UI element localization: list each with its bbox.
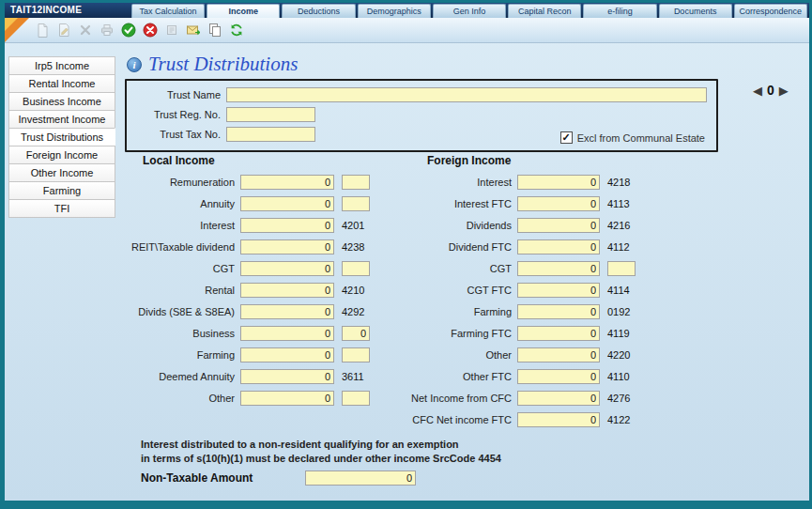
record-count: 0 [767, 83, 774, 98]
new-document-icon[interactable] [33, 21, 52, 39]
tab-income[interactable]: Income [207, 4, 280, 18]
local-rental-label: Rental [12, 285, 240, 296]
foreign-cfc-net-income-ftc-label: CFC Net income FTC [305, 414, 517, 425]
foreign-interest-label: Interest [305, 177, 517, 188]
delete-icon[interactable] [76, 21, 95, 39]
toolbar [5, 18, 809, 43]
foreign-interest-row: Interest4218 [305, 175, 636, 190]
local-remuneration-label: Remuneration [12, 177, 240, 188]
foreign-interest-input[interactable] [517, 175, 600, 190]
foreign-interest-ftc-input[interactable] [517, 196, 600, 211]
excl-communal-estate-label: Excl from Communal Estate [577, 132, 705, 144]
refresh-icon[interactable] [227, 21, 246, 39]
note-line-2: in terms of s(10(h)(1) must be declared … [141, 452, 501, 466]
nonresident-note: Interest distributed to a non-resident q… [141, 438, 501, 466]
cancel-icon[interactable] [141, 21, 160, 39]
local-divids-s8e-s8ea-label: Divids (S8E & S8EA) [12, 306, 240, 317]
checkbox-icon: ✓ [560, 131, 573, 144]
note-line-1: Interest distributed to a non-resident q… [141, 438, 501, 452]
foreign-interest-ftc-label: Interest FTC [305, 198, 517, 209]
foreign-net-income-from-cfc-row: Net Income from CFC4276 [305, 391, 636, 406]
foreign-income-rows: Interest4218Interest FTC4113Dividends421… [305, 175, 636, 427]
foreign-interest-srccode: 4218 [607, 177, 630, 188]
foreign-dividends-srccode: 4216 [607, 220, 630, 231]
foreign-cgt-extra-input[interactable] [607, 261, 636, 276]
foreign-other-label: Other [305, 349, 517, 361]
copy-icon[interactable] [206, 21, 224, 39]
notes-icon[interactable] [162, 21, 181, 39]
foreign-cgt-ftc-srccode: 4114 [607, 285, 630, 296]
print-icon[interactable] [98, 21, 116, 39]
local-cgt-label: CGT [12, 263, 240, 274]
foreign-net-income-from-cfc-srccode: 4276 [607, 393, 630, 404]
foreign-farming-input[interactable] [517, 304, 600, 319]
foreign-dividend-ftc-srccode: 4112 [607, 241, 630, 253]
foreign-farming-ftc-label: Farming FTC [305, 328, 517, 339]
excl-communal-estate-checkbox[interactable]: ✓ Excl from Communal Estate [560, 131, 705, 144]
window-title: TAIT12INCOME [10, 3, 82, 18]
foreign-cgt-row: CGT [305, 261, 636, 276]
foreign-cfc-net-income-ftc-srccode: 4122 [607, 414, 630, 425]
trust-tax-no-label: Trust Tax No. [134, 129, 226, 140]
foreign-cgt-input[interactable] [517, 261, 600, 276]
app-frame: TAIT12INCOME Tax CalculationIncomeDeduct… [5, 3, 809, 501]
trust-reg-no-input[interactable] [226, 107, 315, 122]
foreign-dividend-ftc-input[interactable] [517, 239, 600, 254]
tab-documents[interactable]: Documents [659, 4, 732, 18]
corner-fold-highlight [5, 18, 18, 31]
foreign-other-ftc-input[interactable] [517, 369, 600, 384]
foreign-other-input[interactable] [517, 347, 600, 362]
edit-document-icon[interactable] [54, 21, 73, 39]
foreign-cgt-ftc-input[interactable] [517, 283, 600, 298]
trust-reg-no-label: Trust Reg. No. [134, 109, 226, 120]
local-business-label: Business [12, 328, 240, 339]
foreign-farming-ftc-row: Farming FTC4119 [305, 326, 636, 341]
tab-deductions[interactable]: Deductions [282, 4, 355, 18]
tab-demographics[interactable]: Demographics [358, 4, 431, 18]
send-email-icon[interactable] [184, 21, 203, 39]
foreign-farming-srccode: 0192 [607, 306, 630, 317]
non-taxable-row: Non-Taxable Amount [141, 471, 253, 485]
page-title: Trust Distributions [148, 53, 298, 76]
validate-icon[interactable] [119, 21, 138, 39]
local-farming-label: Farming [12, 349, 240, 361]
next-record-button[interactable]: ▶ [779, 84, 789, 98]
local-reit-taxable-dividend-label: REIT\Taxable dividend [12, 241, 240, 253]
tab-gen-info[interactable]: Gen Info [433, 4, 506, 18]
foreign-net-income-from-cfc-input[interactable] [517, 391, 600, 406]
local-interest-label: Interest [12, 220, 240, 231]
foreign-cfc-net-income-ftc-row: CFC Net income FTC4122 [305, 412, 636, 427]
prev-record-button[interactable]: ◀ [753, 84, 762, 98]
local-other-label: Other [12, 393, 240, 404]
trust-details-box: Trust Name Trust Reg. No. Trust Tax No. … [125, 79, 718, 152]
foreign-farming-ftc-input[interactable] [517, 326, 600, 341]
foreign-dividend-ftc-row: Dividend FTC4112 [305, 239, 636, 254]
local-deemed-annuity-label: Deemed Annuity [12, 371, 240, 382]
trust-name-input[interactable] [226, 87, 707, 102]
non-taxable-label: Non-Taxable Amount [141, 471, 253, 485]
foreign-cfc-net-income-ftc-input[interactable] [517, 412, 600, 427]
foreign-farming-row: Farming0192 [305, 304, 636, 319]
app-window: TAIT12INCOME Tax CalculationIncomeDeduct… [0, 0, 812, 509]
main-content: i Trust Distributions ◀ 0 ▶ Trust Name T… [5, 43, 809, 501]
foreign-dividends-input[interactable] [517, 218, 600, 233]
trust-reg-row: Trust Reg. No. [134, 105, 709, 124]
non-taxable-input[interactable] [305, 470, 416, 486]
info-icon: i [127, 57, 142, 72]
trust-tax-no-input[interactable] [226, 127, 315, 142]
foreign-income-title: Foreign Income [427, 154, 636, 167]
tab-e-filing[interactable]: e-filing [583, 4, 656, 18]
foreign-other-ftc-row: Other FTC4110 [305, 369, 636, 384]
titlebar: TAIT12INCOME Tax CalculationIncomeDeduct… [5, 3, 809, 18]
foreign-cgt-ftc-row: CGT FTC4114 [305, 283, 636, 298]
tab-capital-recon[interactable]: Capital Recon [508, 4, 581, 18]
tab-correspondence[interactable]: Correspondence [734, 4, 807, 18]
foreign-income-column: Foreign Income Interest4218Interest FTC4… [305, 154, 636, 434]
foreign-other-ftc-srccode: 4110 [607, 371, 630, 382]
foreign-interest-ftc-row: Interest FTC4113 [305, 196, 636, 211]
foreign-cgt-label: CGT [305, 263, 517, 274]
tab-bar: Tax CalculationIncomeDeductionsDemograph… [131, 4, 807, 18]
foreign-interest-ftc-srccode: 4113 [607, 198, 630, 209]
tab-tax-calculation[interactable]: Tax Calculation [131, 4, 205, 18]
foreign-cgt-ftc-label: CGT FTC [305, 285, 517, 296]
